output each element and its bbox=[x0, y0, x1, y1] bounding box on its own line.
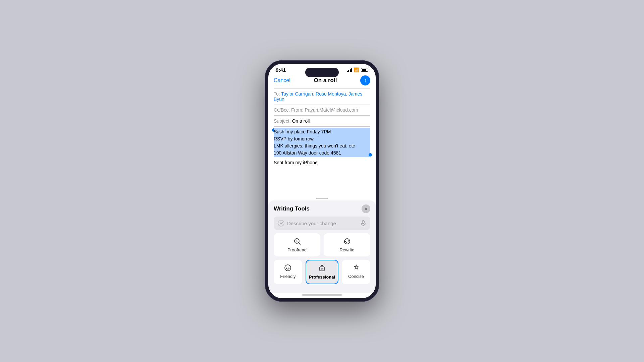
professional-icon bbox=[318, 264, 326, 273]
svg-point-9 bbox=[285, 265, 291, 271]
ccbcc-field[interactable]: Cc/Bcc, From: Payuri.Matel@icloud.com bbox=[268, 105, 376, 115]
ai-sparkle-icon bbox=[278, 220, 284, 227]
drag-handle bbox=[268, 195, 376, 200]
email-body[interactable]: Sushi my place Friday 7PM RSVP by tomorr… bbox=[268, 126, 376, 195]
tool-row-1: Proofread Rewrite bbox=[274, 233, 370, 256]
phone-screen: 9:41 📶 Cancel On a roll ↑ bbox=[268, 64, 376, 298]
ccbcc-label: Cc/Bcc, From: bbox=[274, 107, 304, 113]
rewrite-icon bbox=[343, 237, 351, 245]
mic-icon[interactable] bbox=[360, 220, 366, 226]
writing-tools-title: Writing Tools bbox=[274, 205, 310, 212]
close-icon: × bbox=[365, 206, 367, 212]
wifi-icon: 📶 bbox=[354, 67, 359, 72]
proofread-icon bbox=[293, 237, 301, 245]
selection-handle-right bbox=[369, 153, 372, 157]
writing-tools-close-button[interactable]: × bbox=[362, 204, 370, 213]
tool-row-2: Friendly Professional Concise bbox=[274, 260, 370, 284]
svg-point-11 bbox=[288, 267, 289, 267]
friendly-label: Friendly bbox=[280, 274, 296, 279]
send-button[interactable]: ↑ bbox=[360, 75, 370, 85]
body-line-1: Sushi my place Friday 7PM bbox=[274, 129, 331, 134]
concise-label: Concise bbox=[348, 274, 364, 279]
subject-label: Subject: bbox=[274, 118, 291, 124]
dynamic-island bbox=[305, 68, 339, 77]
email-signature: Sent from my iPhone bbox=[274, 160, 370, 165]
svg-point-10 bbox=[286, 267, 287, 267]
describe-placeholder: Describe your change bbox=[287, 221, 358, 226]
email-title: On a roll bbox=[314, 77, 337, 84]
proofread-button[interactable]: Proofread bbox=[274, 233, 320, 256]
subject-value: On a roll bbox=[292, 118, 310, 124]
professional-button[interactable]: Professional bbox=[306, 260, 338, 284]
cancel-button[interactable]: Cancel bbox=[274, 77, 290, 83]
battery-fill bbox=[362, 69, 367, 71]
send-arrow-icon: ↑ bbox=[364, 78, 367, 83]
drag-pill bbox=[316, 198, 328, 199]
status-icons: 📶 bbox=[347, 67, 369, 72]
home-indicator bbox=[268, 293, 376, 298]
selected-body-text: Sushi my place Friday 7PM RSVP by tomorr… bbox=[274, 128, 370, 157]
describe-change-input[interactable]: Describe your change bbox=[274, 217, 370, 230]
friendly-icon bbox=[284, 264, 292, 272]
body-line-2: RSVP by tomorrow bbox=[274, 136, 314, 141]
concise-button[interactable]: Concise bbox=[342, 260, 370, 284]
rewrite-button[interactable]: Rewrite bbox=[324, 233, 370, 256]
rewrite-label: Rewrite bbox=[339, 247, 354, 252]
concise-icon bbox=[352, 264, 360, 272]
friendly-button[interactable]: Friendly bbox=[274, 260, 302, 284]
svg-rect-1 bbox=[362, 221, 364, 224]
status-time: 9:41 bbox=[276, 67, 286, 73]
home-pill bbox=[302, 294, 342, 296]
professional-label: Professional bbox=[309, 275, 335, 280]
to-field[interactable]: To: Taylor Carrigan, Rose Montoya, James… bbox=[268, 88, 376, 105]
to-label: To: bbox=[274, 91, 280, 97]
proofread-label: Proofread bbox=[287, 247, 307, 252]
subject-field[interactable]: Subject: On a roll bbox=[268, 116, 376, 126]
svg-line-5 bbox=[299, 243, 300, 245]
writing-tools-header: Writing Tools × bbox=[274, 200, 370, 217]
battery-icon bbox=[361, 68, 368, 72]
body-line-4: 190 Allston Way door code 4581 bbox=[274, 150, 341, 156]
to-value: Taylor Carrigan, Rose Montoya, James Byu… bbox=[274, 91, 362, 102]
phone-frame: 9:41 📶 Cancel On a roll ↑ bbox=[265, 60, 379, 302]
body-line-3: LMK allergies, things you won't eat, etc bbox=[274, 143, 355, 148]
writing-tools-panel: Writing Tools × Describe your change bbox=[268, 200, 376, 293]
signal-icon bbox=[347, 68, 353, 72]
ccbcc-value: Payuri.Matel@icloud.com bbox=[305, 107, 358, 113]
